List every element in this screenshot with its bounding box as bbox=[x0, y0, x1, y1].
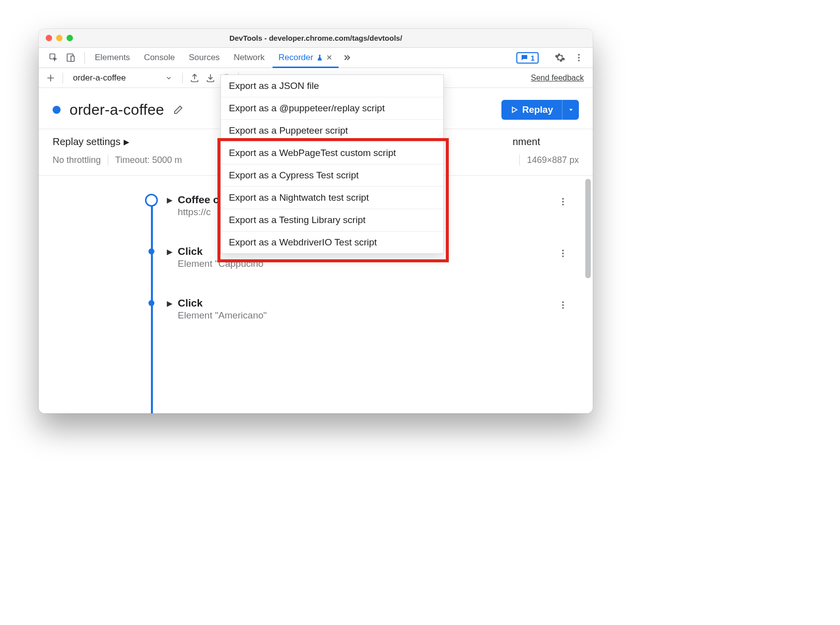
export-menu-item[interactable]: Export as a @puppeteer/replay script bbox=[221, 97, 443, 120]
svg-rect-2 bbox=[71, 56, 74, 62]
tab-label: Network bbox=[234, 53, 265, 63]
tab-console[interactable]: Console bbox=[137, 48, 182, 68]
throttling-value: No throttling bbox=[53, 155, 101, 165]
tab-label: Elements bbox=[95, 53, 130, 63]
step-node-icon bbox=[145, 194, 158, 207]
svg-point-15 bbox=[562, 307, 563, 309]
kebab-menu-icon[interactable] bbox=[572, 51, 586, 65]
import-icon[interactable] bbox=[204, 71, 217, 85]
step-node-icon bbox=[148, 248, 154, 254]
environment-label: nment bbox=[512, 136, 579, 148]
svg-point-12 bbox=[562, 255, 563, 257]
separator bbox=[519, 155, 520, 165]
export-menu-item[interactable]: Export as a WebPageTest custom script bbox=[221, 142, 443, 164]
close-icon[interactable]: ✕ bbox=[326, 53, 333, 62]
svg-point-7 bbox=[562, 198, 563, 200]
flask-icon bbox=[316, 54, 323, 61]
svg-point-3 bbox=[578, 54, 579, 56]
tab-label: Console bbox=[144, 53, 175, 63]
svg-point-9 bbox=[562, 204, 563, 205]
step-menu-button[interactable] bbox=[556, 195, 570, 209]
replay-button[interactable]: Replay bbox=[501, 100, 562, 120]
step-title: Click bbox=[178, 297, 573, 309]
device-toggle-icon[interactable] bbox=[64, 51, 77, 65]
export-menu-item[interactable]: Export as a JSON file bbox=[221, 75, 443, 97]
settings-gear-icon[interactable] bbox=[553, 51, 567, 65]
viewport-value: 1469×887 px bbox=[527, 155, 579, 165]
window-title: DevTools - developer.chrome.com/tags/dev… bbox=[39, 34, 593, 42]
step-menu-button[interactable] bbox=[556, 298, 570, 312]
step-subtitle: Element "Cappucino" bbox=[178, 258, 573, 269]
badge-count: 1 bbox=[531, 54, 535, 62]
more-tabs-icon[interactable] bbox=[340, 51, 353, 65]
new-recording-button[interactable] bbox=[44, 71, 58, 85]
svg-point-11 bbox=[562, 252, 563, 254]
settings-label: Replay settings bbox=[53, 136, 121, 148]
timeout-value: Timeout: 5000 m bbox=[115, 155, 182, 165]
titlebar: DevTools - developer.chrome.com/tags/dev… bbox=[39, 29, 593, 48]
issues-badge[interactable]: 1 bbox=[516, 52, 539, 64]
export-menu: Export as a JSON file Export as a @puppe… bbox=[220, 75, 444, 254]
caret-right-icon[interactable]: ▶ bbox=[167, 299, 173, 308]
svg-point-4 bbox=[578, 57, 579, 58]
svg-point-5 bbox=[578, 60, 579, 61]
tab-label: Sources bbox=[189, 53, 219, 63]
step-subtitle: Element "Americano" bbox=[178, 310, 573, 321]
recording-title: order-a-coffee bbox=[70, 101, 164, 118]
record-indicator-icon bbox=[53, 106, 61, 114]
separator bbox=[108, 155, 108, 165]
export-menu-item[interactable]: Export as a Puppeteer script bbox=[221, 120, 443, 142]
svg-point-10 bbox=[562, 250, 563, 251]
svg-point-13 bbox=[562, 302, 563, 303]
scrollbar-thumb[interactable] bbox=[585, 179, 591, 278]
chevron-down-icon bbox=[165, 75, 172, 81]
send-feedback-link[interactable]: Send feedback bbox=[531, 74, 588, 82]
chat-icon bbox=[520, 54, 528, 62]
export-menu-item[interactable]: Export as a Nightwatch test script bbox=[221, 187, 443, 209]
svg-point-14 bbox=[562, 304, 563, 306]
tab-network[interactable]: Network bbox=[227, 48, 272, 68]
export-menu-item[interactable]: Export as a Testing Library script bbox=[221, 209, 443, 232]
inspect-element-icon[interactable] bbox=[47, 51, 61, 65]
export-menu-item[interactable]: Export as a WebdriverIO Test script bbox=[221, 232, 443, 253]
caret-right-icon: ▶ bbox=[124, 138, 130, 147]
tab-sources[interactable]: Sources bbox=[182, 48, 226, 68]
replay-button-group: Replay bbox=[501, 100, 579, 120]
panel-tabs: Elements Console Sources Network Recorde… bbox=[39, 48, 593, 68]
caret-right-icon[interactable]: ▶ bbox=[167, 196, 173, 205]
tab-elements[interactable]: Elements bbox=[88, 48, 137, 68]
step-item[interactable]: ▶ Click Element "Americano" bbox=[39, 297, 593, 321]
edit-title-button[interactable] bbox=[171, 103, 185, 117]
replay-label: Replay bbox=[522, 104, 553, 115]
replay-dropdown-button[interactable] bbox=[562, 100, 579, 120]
tab-recorder[interactable]: Recorder ✕ bbox=[272, 48, 340, 68]
recording-name: order-a-coffee bbox=[73, 73, 126, 83]
step-menu-button[interactable] bbox=[556, 246, 570, 260]
svg-point-8 bbox=[562, 201, 563, 202]
export-menu-item[interactable]: Export as a Cypress Test script bbox=[221, 164, 443, 187]
play-icon bbox=[510, 106, 518, 114]
tab-label: Recorder bbox=[279, 53, 313, 63]
caret-right-icon[interactable]: ▶ bbox=[167, 247, 173, 256]
recording-selector[interactable]: order-a-coffee bbox=[68, 73, 177, 83]
export-icon[interactable] bbox=[188, 71, 202, 85]
step-node-icon bbox=[148, 300, 154, 306]
